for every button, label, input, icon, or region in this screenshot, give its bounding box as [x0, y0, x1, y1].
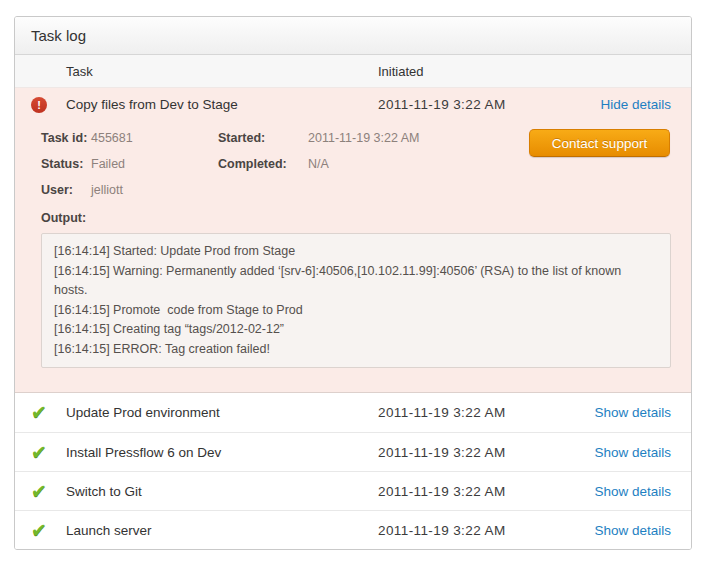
table-header-row: Task Initiated	[15, 55, 691, 88]
failed-task-row[interactable]: ! Copy files from Dev to Stage 2011-11-1…	[15, 88, 691, 121]
success-check-icon: ✔	[31, 482, 66, 501]
task-name: Copy files from Dev to Stage	[66, 97, 378, 112]
log-line: [16:14:14] Started: Update Prod from Sta…	[54, 242, 658, 262]
completed-task-list: ✔ Update Prod environment 2011-11-19 3:2…	[15, 393, 691, 549]
completed-label: Completed:	[218, 157, 308, 171]
task-row[interactable]: ✔ Update Prod environment 2011-11-19 3:2…	[15, 393, 691, 432]
task-initiated-date: 2011-11-19 3:22 AM	[378, 445, 594, 460]
task-log-panel: Task log Task Initiated ! Copy files fro…	[14, 16, 692, 550]
show-details-link[interactable]: Show details	[594, 523, 671, 538]
panel-title: Task log	[15, 17, 691, 55]
completed-value: N/A	[308, 157, 671, 171]
task-row[interactable]: ✔ Launch server 2011-11-19 3:22 AM Show …	[15, 510, 691, 549]
log-line: [16:14:15] Creating tag “tags/2012-02-12…	[54, 320, 658, 340]
output-label: Output:	[41, 211, 671, 225]
task-row[interactable]: ✔ Install Pressflow 6 on Dev 2011-11-19 …	[15, 432, 691, 471]
task-column-header: Task	[66, 64, 378, 79]
success-check-icon: ✔	[31, 521, 66, 540]
show-details-link[interactable]: Show details	[594, 445, 671, 460]
log-line: [16:14:15] Promote code from Stage to Pr…	[54, 301, 658, 321]
hide-details-link[interactable]: Hide details	[600, 97, 671, 112]
contact-support-button[interactable]: Contact support	[529, 129, 670, 157]
started-label: Started:	[218, 131, 308, 145]
task-name: Switch to Git	[66, 484, 378, 499]
task-name: Update Prod environment	[66, 405, 378, 420]
initiated-column-header: Initiated	[378, 64, 671, 79]
user-value: jelliott	[91, 183, 218, 197]
task-initiated-date: 2011-11-19 3:22 AM	[378, 97, 600, 112]
log-line: [16:14:15] ERROR: Tag creation failed!	[54, 340, 658, 360]
status-label: Status:	[41, 157, 91, 171]
task-id-value: 455681	[91, 131, 218, 145]
task-name: Install Pressflow 6 on Dev	[66, 445, 378, 460]
success-check-icon: ✔	[31, 443, 66, 462]
task-name: Launch server	[66, 523, 378, 538]
task-row[interactable]: ✔ Switch to Git 2011-11-19 3:22 AM Show …	[15, 471, 691, 510]
error-icon: !	[31, 97, 47, 113]
user-label: User:	[41, 183, 91, 197]
status-value: Failed	[91, 157, 218, 171]
task-output-log: [16:14:14] Started: Update Prod from Sta…	[41, 233, 671, 368]
show-details-link[interactable]: Show details	[594, 484, 671, 499]
failed-task-details: Contact support Task id: 455681 Started:…	[15, 121, 691, 392]
failed-task-section: ! Copy files from Dev to Stage 2011-11-1…	[15, 88, 691, 393]
success-check-icon: ✔	[31, 403, 66, 422]
task-initiated-date: 2011-11-19 3:22 AM	[378, 405, 594, 420]
task-initiated-date: 2011-11-19 3:22 AM	[378, 523, 594, 538]
show-details-link[interactable]: Show details	[594, 405, 671, 420]
task-id-label: Task id:	[41, 131, 91, 145]
log-line: [16:14:15] Warning: Permanently added ‘[…	[54, 262, 658, 301]
task-initiated-date: 2011-11-19 3:22 AM	[378, 484, 594, 499]
